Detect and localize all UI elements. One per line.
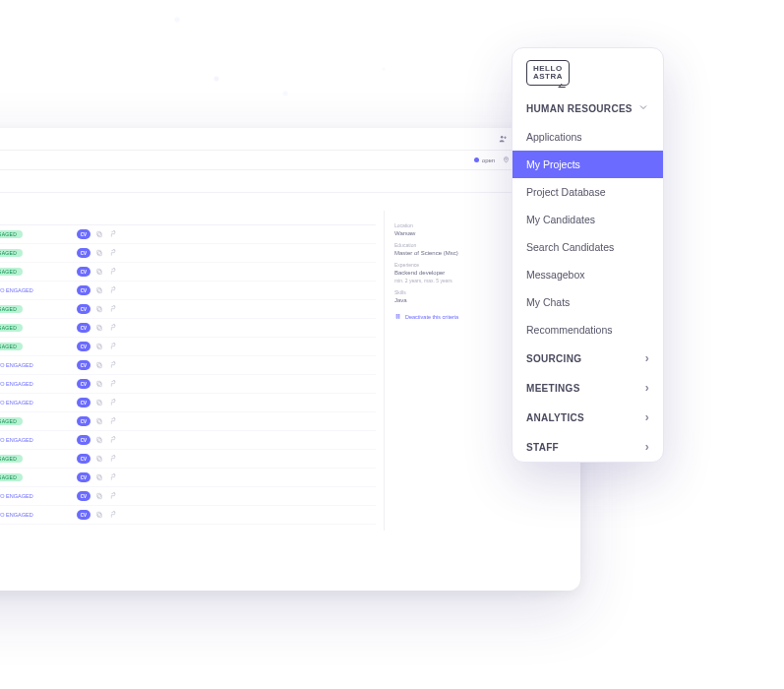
thumbs-down-icon[interactable] bbox=[108, 472, 118, 482]
nav-section-analytics[interactable]: ANALYTICS › bbox=[513, 403, 663, 432]
nav-item-project-database[interactable]: Project Database bbox=[513, 178, 663, 206]
copy-icon[interactable] bbox=[94, 491, 104, 501]
cv-button[interactable]: CV bbox=[77, 342, 90, 351]
copy-icon[interactable] bbox=[94, 398, 104, 407]
copy-icon[interactable] bbox=[94, 285, 104, 295]
cv-button[interactable]: CV bbox=[77, 360, 90, 370]
topbar bbox=[0, 128, 580, 151]
deactivate-criteria-link[interactable]: Deactivate this criteria bbox=[394, 313, 458, 320]
add-to-engaged-link[interactable]: ADD TO ENGAGED bbox=[0, 400, 33, 406]
table-row[interactable]: 75%21/06/20213 (_)ADD TO ENGAGEDCV bbox=[0, 375, 376, 394]
pin-icon bbox=[503, 157, 510, 163]
thumbs-down-icon[interactable] bbox=[108, 510, 118, 520]
table-row[interactable]: 87%01/04/20219 (_)ENGAGEDCV bbox=[0, 263, 376, 282]
table-row[interactable]: 70%30/07/20216 (_)ADD TO ENGAGEDCV bbox=[0, 487, 376, 506]
table-row[interactable]: 75%19/07/20213 (_)ENGAGEDCV bbox=[0, 412, 376, 431]
copy-icon[interactable] bbox=[94, 510, 104, 520]
add-to-engaged-link[interactable]: ADD TO ENGAGED bbox=[0, 493, 33, 499]
cell-action: ENGAGED bbox=[0, 268, 63, 276]
copy-icon[interactable] bbox=[94, 454, 104, 464]
cv-button[interactable]: CV bbox=[77, 248, 90, 258]
logo[interactable]: HELLO ASTRA bbox=[513, 48, 663, 94]
add-to-engaged-link[interactable]: ADD TO ENGAGED bbox=[0, 287, 33, 293]
copy-icon[interactable] bbox=[94, 267, 104, 277]
cell-actions: CV bbox=[63, 472, 118, 482]
thumbs-down-icon[interactable] bbox=[108, 267, 118, 277]
nav-section-sourcing[interactable]: SOURCING › bbox=[513, 344, 663, 373]
chevron-right-icon: › bbox=[645, 381, 649, 395]
table-row[interactable]: 79%01/07/2021ENGAGEDCV bbox=[0, 300, 376, 319]
engaged-badge: ENGAGED bbox=[0, 230, 23, 238]
copy-icon[interactable] bbox=[94, 435, 104, 445]
cv-button[interactable]: CV bbox=[77, 379, 90, 389]
table-row[interactable]: 87%30/07/20219 (_)ENGAGEDCV bbox=[0, 244, 376, 263]
cv-button[interactable]: CV bbox=[77, 267, 90, 277]
thumbs-down-icon[interactable] bbox=[108, 229, 118, 239]
add-to-engaged-link[interactable]: ADD TO ENGAGED bbox=[0, 362, 33, 368]
nav-item-recommendations[interactable]: Recommendations bbox=[513, 316, 663, 344]
cv-button[interactable]: CV bbox=[77, 285, 90, 295]
nav-item-my-projects[interactable]: My Projects bbox=[513, 151, 663, 178]
copy-icon[interactable] bbox=[94, 472, 104, 482]
table-row[interactable]: 71%05/06/20214 (_)ENGAGEDCV bbox=[0, 450, 376, 469]
thumbs-down-icon[interactable] bbox=[108, 323, 118, 333]
add-to-engaged-link[interactable]: ADD TO ENGAGED bbox=[0, 437, 33, 443]
cv-button[interactable]: CV bbox=[77, 435, 90, 445]
table-row[interactable]: 93%30/07/20219 (_)ENGAGEDCV bbox=[0, 225, 376, 244]
copy-icon[interactable] bbox=[94, 416, 104, 426]
cv-button[interactable]: CV bbox=[77, 454, 90, 464]
nav-section-hr[interactable]: HUMAN RESOURCES bbox=[513, 94, 663, 123]
svg-rect-19 bbox=[98, 345, 102, 349]
svg-rect-18 bbox=[97, 325, 101, 329]
table-row[interactable]: 79%03/07/202111 (_)ENGAGEDCV bbox=[0, 338, 376, 356]
cv-button[interactable]: CV bbox=[77, 229, 90, 239]
cv-button[interactable]: CV bbox=[77, 398, 90, 407]
thumbs-down-icon[interactable] bbox=[108, 379, 118, 389]
thumbs-down-icon[interactable] bbox=[108, 398, 118, 407]
table-row[interactable]: 71%01/06/20214 (_)ENGAGEDCV bbox=[0, 469, 376, 487]
cv-button[interactable]: CV bbox=[77, 472, 90, 482]
cv-button[interactable]: CV bbox=[77, 510, 90, 520]
nav-section-meetings[interactable]: MEETINGS › bbox=[513, 373, 663, 403]
copy-icon[interactable] bbox=[94, 379, 104, 389]
nav-item-search-candidates[interactable]: Search Candidates bbox=[513, 233, 663, 261]
thumbs-down-icon[interactable] bbox=[108, 342, 118, 351]
copy-icon[interactable] bbox=[94, 342, 104, 351]
thumbs-down-icon[interactable] bbox=[108, 416, 118, 426]
table-row[interactable]: 79%30/07/2021ENGAGEDCV bbox=[0, 319, 376, 338]
table-row[interactable]: 75%19/04/2021ADD TO ENGAGEDCV bbox=[0, 394, 376, 412]
nav-section-staff[interactable]: STAFF › bbox=[513, 432, 663, 462]
nav-item-messagebox[interactable]: Messagebox bbox=[513, 261, 663, 288]
thumbs-down-icon[interactable] bbox=[108, 454, 118, 464]
thumbs-down-icon[interactable] bbox=[108, 360, 118, 370]
table-row[interactable]: 69%02/07/20213 (_)ADD TO ENGAGEDCV bbox=[0, 506, 376, 525]
nav-item-applications[interactable]: Applications bbox=[513, 123, 663, 151]
thumbs-down-icon[interactable] bbox=[108, 304, 118, 314]
cv-button[interactable]: CV bbox=[77, 491, 90, 501]
copy-icon[interactable] bbox=[94, 229, 104, 239]
add-to-engaged-link[interactable]: ADD TO ENGAGED bbox=[0, 381, 33, 387]
add-to-engaged-link[interactable]: ADD TO ENGAGED bbox=[0, 512, 33, 518]
nav-item-my-chats[interactable]: My Chats bbox=[513, 288, 663, 316]
chevron-right-icon: › bbox=[645, 410, 649, 424]
chevron-right-icon: › bbox=[645, 440, 649, 454]
copy-icon[interactable] bbox=[94, 248, 104, 258]
cv-button[interactable]: CV bbox=[77, 323, 90, 333]
table-row[interactable]: 71%11/02/20213 (_)ADD TO ENGAGEDCV bbox=[0, 431, 376, 450]
thumbs-down-icon[interactable] bbox=[108, 285, 118, 295]
svg-rect-21 bbox=[98, 364, 102, 368]
thumbs-down-icon[interactable] bbox=[108, 491, 118, 501]
copy-icon[interactable] bbox=[94, 323, 104, 333]
copy-icon[interactable] bbox=[94, 304, 104, 314]
cv-button[interactable]: CV bbox=[77, 416, 90, 426]
thumbs-down-icon[interactable] bbox=[108, 435, 118, 445]
thumbs-down-icon[interactable] bbox=[108, 248, 118, 258]
add-user-icon[interactable] bbox=[498, 134, 508, 144]
svg-point-0 bbox=[501, 136, 504, 139]
cv-button[interactable]: CV bbox=[77, 304, 90, 314]
copy-icon[interactable] bbox=[94, 360, 104, 370]
table-row[interactable]: 83%02/10/2021ADD TO ENGAGEDCV bbox=[0, 282, 376, 300]
svg-rect-38 bbox=[97, 512, 101, 516]
nav-item-my-candidates[interactable]: My Candidates bbox=[513, 206, 663, 233]
table-row[interactable]: 79%19/07/20214 (_)ADD TO ENGAGEDCV bbox=[0, 356, 376, 375]
